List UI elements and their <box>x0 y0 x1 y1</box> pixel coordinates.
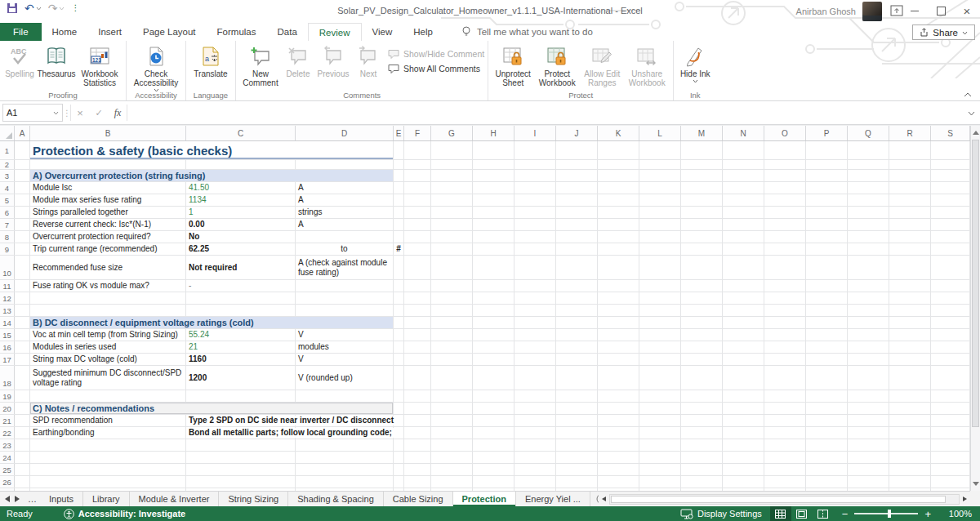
cell-Q3[interactable] <box>848 170 889 181</box>
cell-E13[interactable] <box>394 305 404 316</box>
cell-Q12[interactable] <box>848 292 889 304</box>
column-header-N[interactable]: N <box>723 126 764 140</box>
cell-M19[interactable] <box>681 390 723 402</box>
cell-F15[interactable] <box>404 329 431 341</box>
cell-L16[interactable] <box>639 341 681 353</box>
cell-L8[interactable] <box>639 231 681 243</box>
cell-S6[interactable] <box>931 207 970 218</box>
enter-button[interactable]: ✓ <box>90 108 108 118</box>
cell-R11[interactable] <box>889 280 931 292</box>
cell-S20[interactable] <box>931 403 970 414</box>
ribbon-tab-help[interactable]: Help <box>403 23 443 41</box>
cell-Q6[interactable] <box>848 207 889 218</box>
cell-N23[interactable] <box>723 439 764 451</box>
cell-H3[interactable] <box>473 170 514 181</box>
sheet-tab-cable-sizing[interactable]: Cable Sizing <box>384 492 453 506</box>
cell-P3[interactable] <box>806 170 848 181</box>
cell-K14[interactable] <box>598 317 639 328</box>
cell-E7[interactable] <box>394 219 404 230</box>
cell-O18[interactable] <box>764 366 806 390</box>
cell-O12[interactable] <box>764 292 806 304</box>
cell-O5[interactable] <box>764 194 806 206</box>
cell-P18[interactable] <box>806 366 848 390</box>
cell-C10[interactable]: Not required <box>186 256 296 279</box>
previous-comment-button[interactable]: Previous <box>314 42 352 78</box>
cell-N12[interactable] <box>723 292 764 304</box>
cell-N18[interactable] <box>723 366 764 390</box>
cell-N4[interactable] <box>723 182 764 194</box>
select-all-corner[interactable] <box>0 126 15 140</box>
cell-I23[interactable] <box>514 439 556 451</box>
row-header-12[interactable]: 12 <box>0 292 15 304</box>
cell-K2[interactable] <box>598 160 639 169</box>
cell-G3[interactable] <box>431 170 473 181</box>
cell-E14[interactable] <box>394 317 404 328</box>
cell-A1[interactable] <box>15 141 30 159</box>
cell-D7[interactable]: A <box>296 219 394 230</box>
cell-R15[interactable] <box>889 329 931 341</box>
cell-S12[interactable] <box>931 292 970 304</box>
cell-L17[interactable] <box>639 354 681 365</box>
cell-D4[interactable]: A <box>296 182 394 194</box>
cell-J26[interactable] <box>556 476 598 488</box>
cell-E20[interactable] <box>394 403 404 414</box>
row-header-25[interactable]: 25 <box>0 464 15 475</box>
cell-F18[interactable] <box>404 366 431 390</box>
cell-K18[interactable] <box>598 366 639 390</box>
expand-formula-bar-button[interactable] <box>968 111 975 116</box>
cell-K17[interactable] <box>598 354 639 365</box>
cell-D24[interactable] <box>296 452 394 463</box>
cell-L12[interactable] <box>639 292 681 304</box>
cell-R5[interactable] <box>889 194 931 206</box>
cell-C6[interactable]: 1 <box>186 207 296 218</box>
cell-M12[interactable] <box>681 292 723 304</box>
previous-sheet-button[interactable] <box>0 492 15 506</box>
sheet-tab-shading-spacing[interactable]: Shading & Spacing <box>288 492 384 506</box>
hide-ink-button[interactable]: Hide Ink <box>677 42 713 83</box>
cell-M15[interactable] <box>681 329 723 341</box>
cell-J6[interactable] <box>556 207 598 218</box>
cell-H15[interactable] <box>473 329 514 341</box>
cell-I22[interactable] <box>514 427 556 439</box>
cell-S4[interactable] <box>931 182 970 194</box>
cell-S18[interactable] <box>931 366 970 390</box>
cell-H18[interactable] <box>473 366 514 390</box>
cell-G6[interactable] <box>431 207 473 218</box>
column-header-K[interactable]: K <box>598 126 639 140</box>
row-header-15[interactable]: 15 <box>0 329 15 341</box>
column-header-H[interactable]: H <box>473 126 514 140</box>
cell-H12[interactable] <box>473 292 514 304</box>
cell-G10[interactable] <box>431 256 473 279</box>
cell-R19[interactable] <box>889 390 931 402</box>
cell-N2[interactable] <box>723 160 764 169</box>
cell-A25[interactable] <box>15 464 30 475</box>
workbook-statistics-button[interactable]: 123 Workbook Statistics <box>77 42 122 87</box>
cell-J13[interactable] <box>556 305 598 316</box>
cell-L1[interactable] <box>639 141 681 159</box>
cell-G14[interactable] <box>431 317 473 328</box>
column-header-Q[interactable]: Q <box>848 126 889 140</box>
cell-B1[interactable]: Protection & safety (basic checks) <box>30 141 394 159</box>
cell-N10[interactable] <box>723 256 764 279</box>
cell-M1[interactable] <box>681 141 723 159</box>
cell-Q13[interactable] <box>848 305 889 316</box>
cell-D8[interactable] <box>296 231 394 243</box>
cell-H5[interactable] <box>473 194 514 206</box>
cell-P23[interactable] <box>806 439 848 451</box>
row-header-14[interactable]: 14 <box>0 317 15 328</box>
row-header-17[interactable]: 17 <box>0 354 15 365</box>
zoom-level[interactable]: 100% <box>939 509 972 519</box>
cell-S10[interactable] <box>931 256 970 279</box>
new-comment-button[interactable]: New Comment <box>239 42 282 87</box>
cell-A26[interactable] <box>15 476 30 488</box>
more-sheets-button[interactable]: … <box>24 492 40 506</box>
ribbon-tab-home[interactable]: Home <box>42 23 88 41</box>
row-header-9[interactable]: 9 <box>0 243 15 255</box>
cell-A16[interactable] <box>15 341 30 353</box>
cell-M10[interactable] <box>681 256 723 279</box>
collapse-ribbon-button[interactable] <box>964 92 972 97</box>
cell-P21[interactable] <box>806 415 848 426</box>
cell-S22[interactable] <box>931 427 970 439</box>
cell-H4[interactable] <box>473 182 514 194</box>
row-header-10[interactable]: 10 <box>0 256 15 279</box>
